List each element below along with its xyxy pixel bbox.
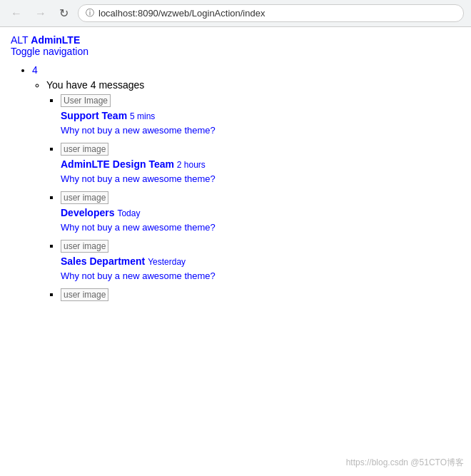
list-item: user image Developers Today Why not (61, 191, 460, 233)
list-item: user image Sales Department Yesterday (61, 240, 460, 281)
message-text-2: Why not buy a new awesome theme? (61, 173, 216, 184)
lock-icon: ⓘ (86, 7, 94, 19)
forward-button[interactable]: → (31, 6, 50, 21)
sender-link-1[interactable]: Support Team 5 mins (61, 110, 155, 121)
alt-text: ALT (11, 34, 31, 46)
user-image-1: User Image (61, 94, 111, 107)
top-links: ALT AdminLTE Toggle navigation (11, 34, 460, 57)
list-item: User Image Support Team 5 mins Why n (61, 94, 460, 136)
adminlte-text: AdminLTE (31, 34, 80, 46)
badge-link[interactable]: 4 (32, 64, 38, 76)
messages-list: User Image Support Team 5 mins Why n (46, 94, 460, 304)
reload-button[interactable]: ↻ (56, 5, 72, 21)
back-button[interactable]: ← (7, 6, 26, 21)
message-sender-4: Sales Department Yesterday (61, 255, 460, 267)
user-image-3: user image (61, 191, 108, 204)
message-item-1: User Image Support Team 5 mins Why n (61, 94, 460, 136)
message-sender-2: AdminLTE Design Team 2 hours (61, 158, 460, 170)
messages-header-text: You have 4 messages (46, 79, 144, 91)
message-text-1: Why not buy a new awesome theme? (61, 124, 216, 136)
sender-link-3[interactable]: Developers Today (61, 207, 140, 218)
list-item: user image (61, 288, 460, 304)
toggle-nav-link[interactable]: Toggle navigation (11, 46, 88, 57)
message-link-1[interactable]: Why not buy a new awesome theme? (61, 125, 216, 136)
browser-chrome: ← → ↻ ⓘ localhost:8090/wzweb/LoginAction… (0, 0, 471, 27)
message-link-3[interactable]: Why not buy a new awesome theme? (61, 222, 216, 233)
time-badge-1: 5 mins (130, 111, 155, 121)
adminlte-link-wrapper: ALT AdminLTE (11, 34, 460, 46)
adminlte-link[interactable]: ALT AdminLTE (11, 34, 80, 46)
message-link-4[interactable]: Why not buy a new awesome theme? (61, 270, 216, 281)
sub-nav-list: You have 4 messages User Image Support (32, 79, 460, 304)
address-bar[interactable]: ⓘ localhost:8090/wzweb/LoginAction/index (78, 4, 464, 22)
message-text-4: Why not buy a new awesome theme? (61, 270, 216, 281)
time-badge-3: Today (117, 208, 140, 218)
sender-link-2[interactable]: AdminLTE Design Team 2 hours (61, 158, 206, 170)
user-image-2: user image (61, 143, 108, 156)
message-sender-3: Developers Today (61, 207, 460, 218)
user-image-4: user image (61, 240, 108, 253)
user-image-5: user image (61, 288, 108, 301)
message-item-3: user image Developers Today Why not (61, 191, 460, 233)
url-text: localhost:8090/wzweb/LoginAction/index (98, 8, 265, 19)
time-badge-2: 2 hours (177, 160, 206, 170)
page-content: ALT AdminLTE Toggle navigation 4 You hav… (0, 27, 471, 318)
message-item-4: user image Sales Department Yesterday (61, 240, 460, 281)
message-text-3: Why not buy a new awesome theme? (61, 221, 216, 233)
toggle-nav-wrapper: Toggle navigation (11, 46, 460, 57)
sender-link-4[interactable]: Sales Department Yesterday (61, 255, 186, 267)
nav-badge-item: 4 You have 4 messages User Image (32, 64, 460, 304)
main-nav-list: 4 You have 4 messages User Image (11, 64, 460, 304)
list-item: user image AdminLTE Design Team 2 hours (61, 143, 460, 184)
time-badge-4: Yesterday (148, 257, 186, 267)
message-item-2: user image AdminLTE Design Team 2 hours (61, 143, 460, 184)
messages-header-item: You have 4 messages User Image Support (46, 79, 460, 304)
message-sender-1: Support Team 5 mins (61, 110, 460, 121)
message-link-2[interactable]: Why not buy a new awesome theme? (61, 173, 216, 184)
